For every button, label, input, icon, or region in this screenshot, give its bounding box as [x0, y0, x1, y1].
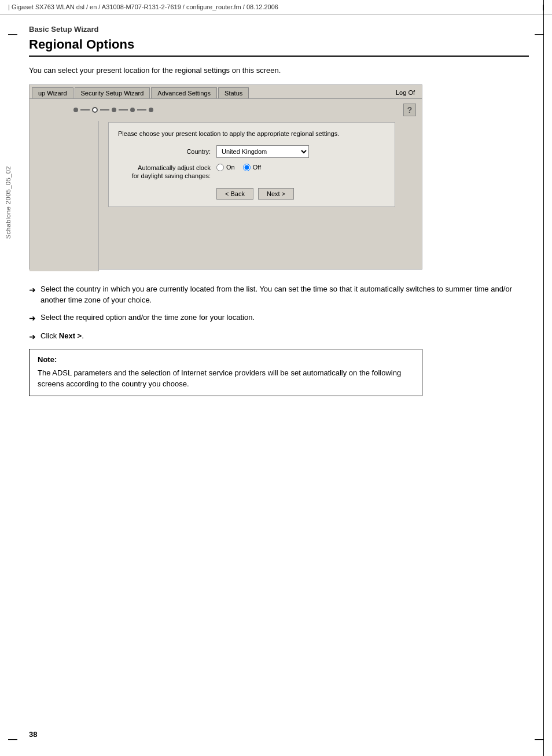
panel-content-area: Please choose your present location to a… — [108, 122, 395, 208]
progress-dot-1 — [73, 108, 78, 112]
bullet-3-bold: Next > — [59, 331, 82, 340]
radio-on-option[interactable]: On — [216, 164, 235, 171]
daylight-radio-group: On Off — [216, 164, 261, 171]
bullet-3: ➜ Click Next >. — [29, 330, 529, 343]
country-label: Country: — [118, 148, 211, 155]
right-vertical-line — [543, 0, 544, 756]
next-button[interactable]: Next > — [258, 188, 294, 200]
country-row: Country: United Kingdom — [118, 145, 385, 158]
progress-dot-3 — [112, 108, 116, 112]
progress-dot-5 — [149, 108, 153, 112]
nav-tabs: up Wizard Security Setup Wizard Advanced… — [30, 85, 422, 99]
progress-line-2 — [100, 109, 109, 110]
corner-mark-tl: — — [8, 29, 17, 39]
country-select[interactable]: United Kingdom — [216, 145, 309, 158]
intro-text: You can select your present location for… — [29, 65, 529, 76]
daylight-label: Automatically adjust clock for daylight … — [118, 164, 211, 180]
note-text: The ADSL parameters and the selection of… — [38, 367, 414, 390]
corner-mark-tr: — — [535, 29, 544, 39]
corner-mark-br: — — [535, 734, 544, 744]
help-icon[interactable]: ? — [403, 104, 416, 116]
progress-line-1 — [80, 109, 90, 110]
tab-status[interactable]: Status — [218, 87, 249, 98]
router-panel: up Wizard Security Setup Wizard Advanced… — [29, 84, 422, 270]
header-text: | Gigaset SX763 WLAN dsl / en / A31008-M… — [8, 3, 278, 10]
back-button[interactable]: < Back — [216, 188, 253, 200]
header-bar: | Gigaset SX763 WLAN dsl / en / A31008-M… — [0, 0, 552, 14]
logoff-link[interactable]: Log Of — [391, 87, 419, 98]
note-title: Note: — [38, 355, 414, 364]
corner-mark-bl: — — [8, 734, 17, 744]
button-row: < Back Next > — [216, 188, 385, 200]
bullet-2-text: Select the required option and/or the ti… — [41, 312, 255, 323]
radio-on-label: On — [226, 164, 235, 171]
page-heading: Regional Options — [29, 37, 529, 52]
note-box: Note: The ADSL parameters and the select… — [29, 349, 422, 396]
radio-on-input[interactable] — [216, 164, 224, 171]
progress-dot-2-active — [92, 107, 98, 113]
side-label: Schablone 2005_05_02 — [0, 116, 16, 289]
progress-dot-4 — [130, 108, 135, 112]
daylight-row: Automatically adjust clock for daylight … — [118, 164, 385, 180]
tab-setup-wizard[interactable]: up Wizard — [32, 87, 73, 98]
radio-off-label: Off — [253, 164, 261, 171]
progress-line-4 — [137, 109, 146, 110]
tab-security-wizard[interactable]: Security Setup Wizard — [75, 87, 150, 98]
bullet-3-text: Click Next >. — [41, 330, 84, 342]
bullet-2: ➜ Select the required option and/or the … — [29, 312, 529, 324]
arrow-icon-2: ➜ — [29, 312, 36, 324]
radio-off-input[interactable] — [243, 164, 251, 171]
arrow-icon-3: ➜ — [29, 331, 36, 343]
bullet-1: ➜ Select the country in which you are cu… — [29, 283, 529, 306]
tab-advanced-settings[interactable]: Advanced Settings — [151, 87, 217, 98]
panel-sidebar — [30, 121, 99, 271]
bullet-1-text: Select the country in which you are curr… — [41, 283, 529, 306]
country-select-container: United Kingdom — [216, 145, 309, 158]
radio-off-option[interactable]: Off — [243, 164, 261, 171]
arrow-icon-1: ➜ — [29, 284, 36, 296]
page-number: 38 — [29, 730, 37, 739]
progress-dots — [73, 107, 413, 113]
section-title: Basic Setup Wizard — [29, 25, 529, 34]
heading-divider — [29, 56, 529, 57]
panel-body: ? Please choose your present location to… — [30, 99, 422, 216]
panel-description: Please choose your present location to a… — [118, 130, 385, 138]
main-content: Basic Setup Wizard Regional Options You … — [0, 14, 552, 407]
progress-line-3 — [119, 109, 128, 110]
